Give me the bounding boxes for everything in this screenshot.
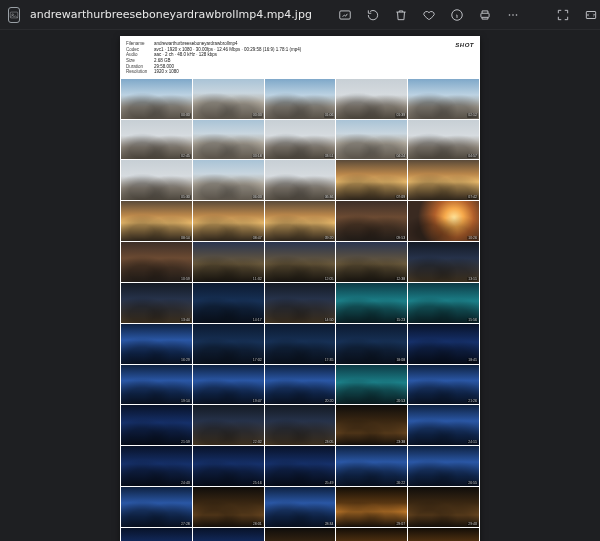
filename: andrewarthurbreeseboneyardrawbrollmp4.mp… xyxy=(30,8,312,21)
thumbnail: 00:00 xyxy=(121,79,192,119)
thumbnail: 23:38 xyxy=(336,405,407,445)
thumbnail: 15:56 xyxy=(408,283,479,323)
thumbnail-timecode: 01:39 xyxy=(395,113,406,117)
thumbnail-timecode: 08:14 xyxy=(180,236,191,240)
thumbnail: 29:55 xyxy=(336,528,407,541)
thumbnail-timecode: 28:34 xyxy=(324,522,335,526)
thumbnail-timecode: 03:51 xyxy=(324,154,335,158)
thumbnail: 15:23 xyxy=(336,283,407,323)
toolbar-view-group: 40% xyxy=(550,2,600,28)
thumbnail: 00:33 xyxy=(193,79,264,119)
thumbnail: 20:53 xyxy=(336,365,407,405)
thumbnail-timecode: 00:33 xyxy=(252,113,263,117)
svg-point-1 xyxy=(12,13,14,15)
meta-val: 1920 x 1080 xyxy=(154,69,179,75)
thumbnail-timecode: 10:26 xyxy=(467,236,478,240)
svg-point-5 xyxy=(509,14,511,16)
fullscreen-button[interactable] xyxy=(550,2,576,28)
thumbnail: 22:32 xyxy=(193,405,264,445)
viewport[interactable]: Filenameandrewarthurbreeseboneyardrawbro… xyxy=(0,30,600,541)
thumbnail: 29:52 xyxy=(265,528,336,541)
thumbnail: 24:11 xyxy=(408,405,479,445)
thumbnail: 24:43 xyxy=(121,446,192,486)
thumbnail: 26:55 xyxy=(408,446,479,486)
thumbnail: 04:57 xyxy=(408,120,479,160)
thumbnail-timecode: 14:50 xyxy=(324,318,335,322)
thumbnail: 11:32 xyxy=(193,242,264,282)
thumbnail-timecode: 22:32 xyxy=(252,440,263,444)
thumbnail-timecode: 13:44 xyxy=(180,318,191,322)
thumbnail-timecode: 21:26 xyxy=(467,399,478,403)
rotate-button[interactable] xyxy=(360,2,386,28)
thumbnail-timecode: 01:06 xyxy=(324,113,335,117)
info-button[interactable] xyxy=(444,2,470,28)
thumbnail-timecode: 15:23 xyxy=(395,318,406,322)
edit-image-button[interactable] xyxy=(332,2,358,28)
thumbnail: 18:41 xyxy=(408,324,479,364)
thumbnail-timecode: 29:07 xyxy=(395,522,406,526)
sheet-logo: SHOT xyxy=(455,41,474,50)
thumbnail-timecode: 23:05 xyxy=(324,440,335,444)
thumbnail-timecode: 08:47 xyxy=(252,236,263,240)
thumbnail: 17:35 xyxy=(265,324,336,364)
thumbnail-timecode: 23:38 xyxy=(395,440,406,444)
meta-block: Filenameandrewarthurbreeseboneyardrawbro… xyxy=(126,41,449,75)
sheet-header: Filenameandrewarthurbreeseboneyardrawbro… xyxy=(120,36,480,79)
thumbnail-timecode: 13:11 xyxy=(467,277,478,281)
thumbnail: 12:38 xyxy=(336,242,407,282)
thumbnail-timecode: 12:38 xyxy=(395,277,406,281)
thumbnail-timecode: 24:11 xyxy=(467,440,478,444)
thumbnail: 29:58 xyxy=(408,528,479,541)
thumbnail-timecode: 20:53 xyxy=(395,399,406,403)
more-button[interactable] xyxy=(500,2,526,28)
thumbnail: 09:53 xyxy=(336,201,407,241)
thumbnail: 02:45 xyxy=(121,120,192,160)
svg-point-7 xyxy=(516,14,518,16)
thumbnail-timecode: 12:05 xyxy=(324,277,335,281)
fit-button[interactable] xyxy=(578,2,600,28)
thumbnail-timecode: 27:28 xyxy=(180,522,191,526)
thumbnail: 06:03 xyxy=(193,160,264,200)
thumbnail-timecode: 18:08 xyxy=(395,358,406,362)
thumbnail-timecode: 07:42 xyxy=(467,195,478,199)
thumbnail-timecode: 19:47 xyxy=(252,399,263,403)
thumbnail: 08:47 xyxy=(193,201,264,241)
thumbnail: 21:26 xyxy=(408,365,479,405)
thumbnail-timecode: 29:40 xyxy=(467,522,478,526)
thumbnail: 29:46 xyxy=(121,528,192,541)
thumbnail: 13:11 xyxy=(408,242,479,282)
app-icon xyxy=(8,7,20,23)
thumbnail-timecode: 03:18 xyxy=(252,154,263,158)
thumbnail: 01:06 xyxy=(265,79,336,119)
thumbnail: 16:29 xyxy=(121,324,192,364)
favorite-button[interactable] xyxy=(416,2,442,28)
thumbnail-timecode: 21:59 xyxy=(180,440,191,444)
contact-sheet: Filenameandrewarthurbreeseboneyardrawbro… xyxy=(120,36,480,541)
meta-row: Resolution1920 x 1080 xyxy=(126,69,449,75)
thumbnail-timecode: 16:29 xyxy=(180,358,191,362)
thumbnail-timecode: 18:41 xyxy=(467,358,478,362)
thumbnail: 06:36 xyxy=(265,160,336,200)
svg-point-6 xyxy=(512,14,514,16)
thumbnail-timecode: 09:53 xyxy=(395,236,406,240)
thumbnail-timecode: 17:02 xyxy=(252,358,263,362)
print-button[interactable] xyxy=(472,2,498,28)
thumbnail-timecode: 07:09 xyxy=(395,195,406,199)
thumbnail-timecode: 14:17 xyxy=(252,318,263,322)
thumbnail: 19:47 xyxy=(193,365,264,405)
thumbnail: 07:09 xyxy=(336,160,407,200)
thumbnail-timecode: 05:30 xyxy=(180,195,191,199)
thumbnail: 07:42 xyxy=(408,160,479,200)
thumbnail: 29:07 xyxy=(336,487,407,527)
thumbnail-timecode: 02:12 xyxy=(467,113,478,117)
thumbnail-timecode: 09:20 xyxy=(324,236,335,240)
thumbnail-timecode: 00:00 xyxy=(180,113,191,117)
thumbnail-timecode: 15:56 xyxy=(467,318,478,322)
thumbnail: 14:50 xyxy=(265,283,336,323)
delete-button[interactable] xyxy=(388,2,414,28)
thumbnail-timecode: 04:57 xyxy=(467,154,478,158)
thumbnail: 28:34 xyxy=(265,487,336,527)
thumbnail: 05:30 xyxy=(121,160,192,200)
thumbnail: 03:51 xyxy=(265,120,336,160)
thumbnail-timecode: 02:45 xyxy=(180,154,191,158)
